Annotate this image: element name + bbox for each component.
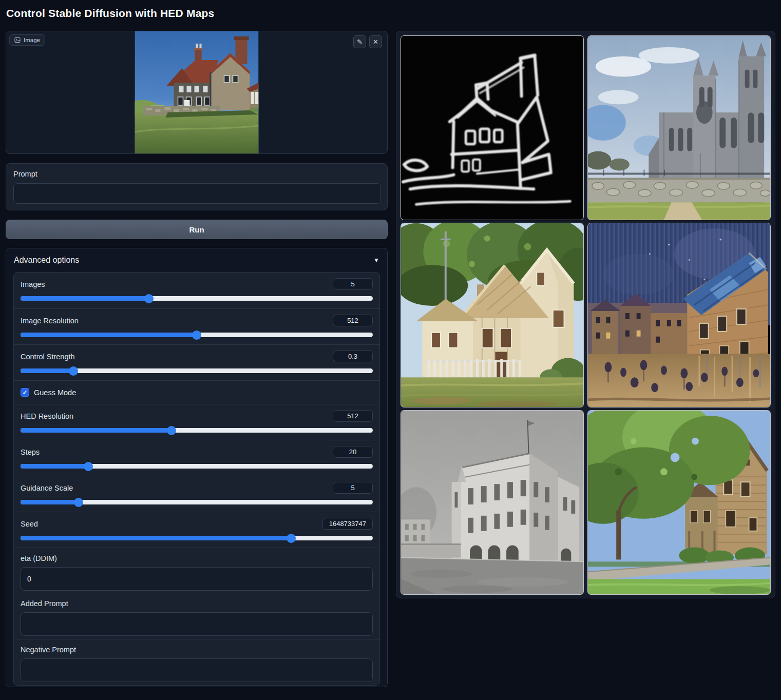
gallery-item-house-with-trees[interactable]: [587, 410, 771, 595]
slider-row-steps: Steps 20: [14, 440, 379, 476]
guidance-scale-slider-handle[interactable]: [74, 498, 83, 507]
guess-mode-label: Guess Mode: [34, 388, 76, 397]
clear-image-button[interactable]: ✕: [369, 35, 382, 48]
prompt-label: Prompt: [13, 170, 37, 178]
guidance-scale-slider-value[interactable]: 5: [333, 482, 373, 494]
image-resolution-slider-value[interactable]: 512: [333, 315, 373, 326]
advanced-options-panel: Advanced options ▼ Images 5 Image Resolu…: [6, 248, 388, 687]
control-strength-slider-handle[interactable]: [69, 366, 78, 376]
input-house-photo: [135, 31, 259, 153]
slider-row-hed-resolution: HED Resolution 512: [14, 404, 379, 440]
image-resolution-slider-handle[interactable]: [192, 330, 201, 340]
image-label: Image: [24, 37, 40, 43]
eta-label: eta (DDIM): [21, 548, 373, 562]
gallery-item-grayscale-building[interactable]: [401, 410, 584, 595]
control-strength-slider-track[interactable]: [21, 368, 373, 373]
guidance-scale-slider-label: Guidance Scale: [21, 484, 73, 492]
images-slider-label: Images: [21, 280, 45, 288]
advanced-options-form: Images 5 Image Resolution 512 Contro: [13, 272, 380, 686]
hed-resolution-slider-handle[interactable]: [167, 426, 176, 435]
added-prompt-row: Added Prompt: [14, 593, 379, 639]
images-slider-track[interactable]: [21, 296, 373, 301]
hed-map-image: [401, 36, 583, 220]
output-gallery: [396, 31, 775, 598]
seed-slider-handle[interactable]: [287, 534, 296, 543]
app-root: Control Stable Diffusion with HED Maps I…: [0, 0, 781, 700]
seed-slider-track[interactable]: [21, 536, 373, 540]
pencil-icon: ✎: [357, 38, 363, 46]
images-slider-handle[interactable]: [144, 294, 154, 303]
seed-slider-label: Seed: [21, 520, 38, 528]
steps-slider-label: Steps: [21, 448, 40, 456]
slider-row-control-strength: Control Strength 0.3: [14, 344, 379, 380]
gallery-item-stylized-painting[interactable]: [587, 223, 771, 407]
guess-mode-row: ✓ Guess Mode: [14, 380, 379, 404]
prompt-block: Prompt: [6, 163, 388, 210]
hed-resolution-slider-label: HED Resolution: [21, 412, 73, 420]
images-slider-value[interactable]: 5: [333, 278, 373, 290]
negative-prompt-input[interactable]: [21, 658, 373, 682]
cathedral-image: [588, 36, 770, 220]
edit-image-button[interactable]: ✎: [353, 35, 366, 48]
grayscale-building-image: [401, 411, 583, 594]
house-with-trees-image: [588, 411, 770, 594]
gallery-item-painted-house[interactable]: [401, 223, 584, 407]
slider-row-guidance-scale: Guidance Scale 5: [14, 476, 379, 512]
prompt-input[interactable]: [13, 183, 381, 204]
painted-house-image: [401, 223, 583, 407]
steps-slider-track[interactable]: [21, 464, 373, 469]
slider-row-images: Images 5: [14, 273, 379, 308]
gallery-item-hed-map[interactable]: [401, 35, 584, 220]
run-button[interactable]: Run: [6, 220, 388, 239]
negative-prompt-row: Negative Prompt: [14, 639, 379, 685]
advanced-options-header[interactable]: Advanced options ▼: [6, 248, 387, 272]
slider-row-image-resolution: Image Resolution 512: [14, 308, 379, 344]
control-strength-slider-label: Control Strength: [21, 353, 75, 361]
control-strength-slider-value[interactable]: 0.3: [333, 351, 373, 362]
slider-row-seed: Seed 1648733747: [14, 512, 379, 548]
seed-slider-value[interactable]: 1648733747: [322, 518, 373, 530]
added-prompt-input[interactable]: [21, 612, 373, 636]
added-prompt-label: Added Prompt: [21, 593, 373, 608]
guidance-scale-slider-track[interactable]: [21, 500, 373, 504]
steps-slider-value[interactable]: 20: [333, 446, 373, 458]
check-icon: ✓: [22, 389, 27, 396]
image-resolution-slider-label: Image Resolution: [21, 317, 79, 325]
image-label-badge: Image: [9, 34, 45, 46]
gallery-item-cathedral[interactable]: [587, 35, 771, 220]
hed-resolution-slider-value[interactable]: 512: [333, 410, 373, 422]
steps-slider-handle[interactable]: [84, 462, 93, 471]
guess-mode-checkbox[interactable]: ✓: [21, 388, 29, 397]
negative-prompt-label: Negative Prompt: [21, 639, 373, 654]
close-icon: ✕: [373, 38, 378, 46]
stylized-painting-image: [588, 223, 770, 407]
image-actions: ✎ ✕: [353, 35, 382, 48]
input-image-block[interactable]: Image ✎ ✕: [6, 31, 388, 154]
image-icon: [14, 37, 21, 43]
chevron-down-icon: ▼: [373, 257, 379, 264]
advanced-options-title: Advanced options: [14, 256, 79, 265]
page-title: Control Stable Diffusion with HED Maps: [6, 7, 214, 20]
eta-row: eta (DDIM): [14, 548, 379, 593]
eta-input[interactable]: [21, 567, 373, 591]
image-resolution-slider-track[interactable]: [21, 333, 373, 337]
hed-resolution-slider-track[interactable]: [21, 428, 373, 433]
input-image-preview[interactable]: [135, 31, 259, 153]
